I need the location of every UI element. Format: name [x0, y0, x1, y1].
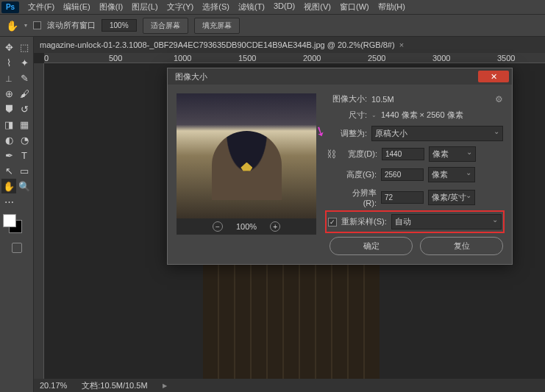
menu-item[interactable]: 文字(Y) [163, 0, 199, 14]
status-doc: 文档:10.5M/10.5M [82, 380, 147, 391]
zoom-tool-icon[interactable]: 🔍 [17, 179, 32, 193]
ok-button[interactable]: 确定 [330, 237, 413, 255]
dimensions-value: 1440 像素 × 2560 像素 [381, 110, 463, 121]
menu-item[interactable]: 帮助(H) [374, 0, 410, 14]
history-brush-tool-icon[interactable]: ↺ [17, 101, 32, 116]
ruler-mark: 500 [109, 54, 122, 63]
menu-item[interactable]: 视图(V) [299, 0, 335, 14]
fit-to-select[interactable]: 原稿大小 [371, 126, 503, 141]
app-logo: Ps [1, 1, 19, 13]
tools-panel: ✥ ⬚ ⌇ ✦ ⟂ ✎ ⊕ 🖌 ⛊ ↺ ◨ ▦ ◐ ◔ ✒ T ↖ ▭ ✋ 🔍 … [0, 37, 34, 392]
vertical-ruler [34, 63, 44, 379]
zoom-in-icon[interactable]: + [270, 221, 280, 232]
crop-tool-icon[interactable]: ⟂ [1, 71, 16, 85]
scroll-all-label: 滚动所有窗口 [47, 20, 96, 31]
form-pane: ➘ 图像大小: 10.5M ⚙ 尺寸: ⌄ 1440 像素 × 2560 像素 … [327, 93, 503, 255]
hand-tool-icon: ✋ [6, 20, 18, 32]
resolution-input[interactable] [381, 191, 424, 204]
spacer [17, 194, 32, 209]
resample-checkbox[interactable]: ✓ [328, 218, 337, 227]
zoom-value[interactable]: 100% [101, 19, 137, 32]
ruler-mark: 1000 [174, 54, 191, 63]
pen-tool-icon[interactable]: ✒ [1, 148, 16, 163]
type-tool-icon[interactable]: T [17, 148, 32, 163]
resample-label: 重新采样(S): [341, 216, 387, 227]
resolution-unit-select[interactable]: 像素/英寸 [428, 190, 475, 205]
height-label: 高度(G): [341, 169, 377, 180]
height-unit-select[interactable]: 像素 [428, 167, 475, 182]
resample-select[interactable]: 自动 [391, 214, 502, 229]
width-unit-select[interactable]: 像素 [429, 146, 476, 162]
dodge-tool-icon[interactable]: ◔ [17, 132, 32, 147]
preview-zoom: 100% [236, 222, 257, 231]
menu-item[interactable]: 文件(F) [24, 0, 59, 14]
resolution-label: 分辨率(R): [341, 188, 377, 207]
ruler-mark: 3500 [497, 54, 515, 63]
fit-to-label: 调整为: [327, 128, 367, 139]
image-size-value: 10.5M [371, 95, 394, 104]
dialog-titlebar[interactable]: 图像大小 ✕ [168, 68, 512, 85]
hand-tool-icon[interactable]: ✋ [1, 179, 16, 193]
menu-item[interactable]: 图像(I) [95, 0, 127, 14]
magic-wand-tool-icon[interactable]: ✦ [17, 55, 32, 70]
menu-item[interactable]: 3D(D) [269, 0, 299, 14]
gear-icon[interactable]: ⚙ [495, 94, 503, 104]
status-flyout-icon[interactable]: ▶ [163, 382, 167, 389]
menu-item[interactable]: 滤镜(T) [234, 0, 269, 14]
gradient-tool-icon[interactable]: ▦ [17, 117, 32, 132]
ruler-mark: 3000 [432, 54, 450, 63]
marquee-tool-icon[interactable]: ⬚ [17, 40, 32, 54]
eraser-tool-icon[interactable]: ◨ [1, 117, 16, 132]
menubar: Ps 文件(F)编辑(E)图像(I)图层(L)文字(Y)选择(S)滤镜(T)3D… [0, 0, 545, 15]
status-bar: 20.17% 文档:10.5M/10.5M ▶ [34, 379, 545, 392]
eyedropper-tool-icon[interactable]: ✎ [17, 71, 32, 85]
dimensions-label: 尺寸: [327, 110, 367, 121]
width-input[interactable] [382, 148, 424, 160]
document-tab[interactable]: magazine-unlock-01-2.3.1008-_0BF29A4EC79… [34, 37, 545, 53]
document-tab-label: magazine-unlock-01-2.3.1008-_0BF29A4EC79… [40, 40, 395, 49]
close-icon[interactable]: ✕ [478, 71, 509, 82]
move-tool-icon[interactable]: ✥ [1, 40, 16, 54]
preview-pane: − 100% + [177, 93, 316, 255]
dialog-title: 图像大小 [175, 71, 207, 82]
image-size-dialog: 图像大小 ✕ − 100% + ➘ 图像大小: 10.5M ⚙ 尺寸: ⌄ 1 [167, 68, 513, 265]
ruler-mark: 0 [44, 54, 49, 63]
close-tab-icon[interactable]: × [399, 40, 404, 49]
shape-tool-icon[interactable]: ▭ [17, 163, 32, 178]
link-icon[interactable]: ⛓ [327, 149, 336, 160]
stamp-tool-icon[interactable]: ⛊ [1, 101, 16, 116]
quick-mask[interactable] [1, 243, 32, 253]
horizontal-ruler: 0500100015002000250030003500 [44, 53, 545, 63]
image-size-label: 图像大小: [327, 93, 367, 104]
menu-item[interactable]: 图层(L) [127, 0, 162, 14]
resample-highlight: ✓ 重新采样(S): 自动 [325, 210, 505, 233]
ruler-mark: 2000 [303, 54, 321, 63]
status-zoom[interactable]: 20.17% [40, 381, 67, 390]
fill-screen-button[interactable]: 填充屏幕 [194, 18, 240, 34]
brush-tool-icon[interactable]: 🖌 [17, 86, 32, 101]
edit-toolbar-icon[interactable]: ⋯ [1, 194, 16, 209]
path-tool-icon[interactable]: ↖ [1, 163, 16, 178]
menu-item[interactable]: 编辑(E) [59, 0, 95, 14]
dim-unit-chevron-icon[interactable]: ⌄ [371, 112, 377, 118]
tool-preset-chevron-icon[interactable]: ▾ [24, 22, 27, 29]
zoom-out-icon[interactable]: − [213, 221, 223, 232]
ruler-mark: 2500 [368, 54, 385, 63]
preview-image[interactable] [177, 93, 316, 218]
menu-item[interactable]: 选择(S) [198, 0, 234, 14]
reset-button[interactable]: 复位 [420, 237, 503, 255]
foreground-color-swatch[interactable] [3, 214, 16, 227]
ruler-mark: 1500 [238, 54, 256, 63]
scroll-all-checkbox[interactable] [33, 21, 41, 29]
blur-tool-icon[interactable]: ◐ [1, 132, 16, 147]
width-label: 宽度(D): [342, 149, 377, 160]
lasso-tool-icon[interactable]: ⌇ [1, 55, 16, 70]
height-input[interactable] [381, 168, 424, 181]
fit-screen-button[interactable]: 适合屏幕 [143, 18, 188, 34]
options-bar: ✋ ▾ 滚动所有窗口 100% 适合屏幕 填充屏幕 [0, 15, 545, 37]
color-swatches[interactable] [1, 214, 32, 236]
healing-tool-icon[interactable]: ⊕ [1, 86, 16, 101]
menu-item[interactable]: 窗口(W) [335, 0, 374, 14]
